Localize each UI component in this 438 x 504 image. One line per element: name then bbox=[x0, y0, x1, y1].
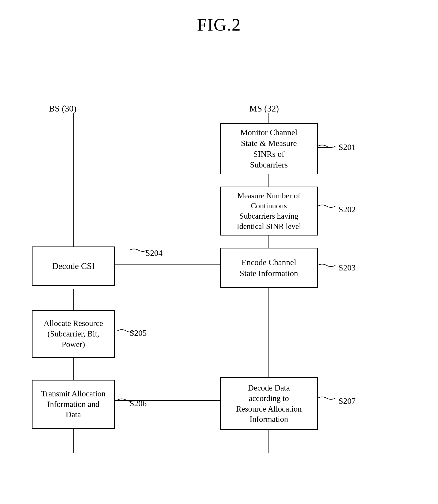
monitor-channel-box: Monitor ChannelState & MeasureSINRs ofSu… bbox=[220, 123, 318, 174]
s207-label: S207 bbox=[339, 396, 356, 406]
ms-label: MS (32) bbox=[249, 103, 279, 114]
s201-label: S201 bbox=[339, 143, 356, 152]
s205-label: S205 bbox=[130, 328, 147, 338]
s203-label: S203 bbox=[339, 263, 356, 272]
decode-data-box: Decode Dataaccording toResource Allocati… bbox=[220, 377, 318, 430]
s204-label: S204 bbox=[145, 248, 163, 258]
encode-csi-box: Encode ChannelState Information bbox=[220, 248, 318, 288]
allocate-resource-box: Allocate Resource(Subcarrier, Bit,Power) bbox=[32, 310, 115, 358]
decode-csi-box: Decode CSI bbox=[32, 246, 115, 286]
transmit-allocation-box: Transmit AllocationInformation andData bbox=[32, 380, 115, 429]
s206-label: S206 bbox=[130, 399, 147, 408]
bs-label: BS (30) bbox=[49, 103, 77, 114]
diagram: BS (30) MS (32) Monitor ChannelState & M… bbox=[0, 55, 438, 504]
page-title: FIG.2 bbox=[0, 0, 438, 35]
s202-label: S202 bbox=[339, 205, 356, 214]
measure-number-box: Measure Number ofContinuousSubcarriers h… bbox=[220, 187, 318, 235]
